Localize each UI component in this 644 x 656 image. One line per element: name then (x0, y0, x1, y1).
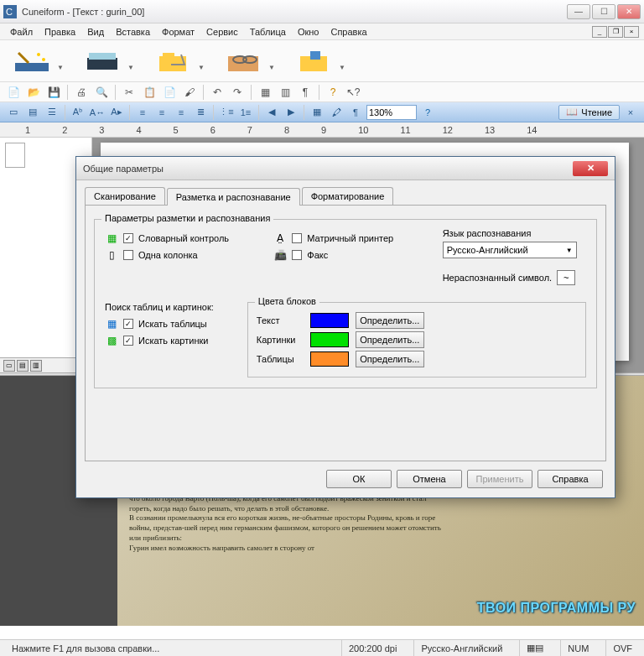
app-icon: C (3, 5, 17, 18)
zoom-select[interactable] (366, 105, 417, 120)
status-num: NUM (560, 640, 595, 656)
define-pictures-button[interactable]: Определить... (356, 331, 424, 348)
indent-inc-icon[interactable]: ▶ (283, 104, 299, 121)
replace-icon[interactable]: A↔ (89, 104, 106, 121)
dialog-close-button[interactable]: ✕ (573, 161, 608, 176)
ruler[interactable]: 1234567891011121314 (0, 122, 644, 138)
tab-layout[interactable]: ▤ (17, 360, 29, 372)
column-checkbox[interactable] (123, 250, 133, 260)
menu-insert[interactable]: Вставка (111, 25, 155, 39)
unrec-label: Нераспознанный символ. (443, 273, 553, 283)
open-icon[interactable]: 📂 (25, 84, 42, 101)
table-icon[interactable]: ▦ (257, 84, 273, 101)
bullets-icon[interactable]: ⋮≡ (218, 104, 235, 121)
menu-view[interactable]: Вид (82, 25, 109, 39)
group-legend: Параметры разметки и распознавания (101, 213, 273, 223)
matrix-icon: A̤ (273, 232, 287, 245)
lang-label: Язык распознавания (443, 228, 586, 238)
tab-formatting[interactable]: Форматирование (302, 187, 394, 205)
lang-select[interactable]: Русско-Английский ▼ (443, 242, 577, 258)
open-button[interactable]: ▼ (149, 44, 196, 78)
paragraph-icon[interactable]: ¶ (297, 84, 314, 101)
highlight-icon[interactable]: 🖍 (328, 104, 345, 121)
find-icon[interactable]: Aᵇ (70, 104, 86, 121)
cancel-button[interactable]: Отмена (397, 470, 462, 488)
page-thumbnail[interactable] (5, 143, 25, 168)
tab-normal[interactable]: ▭ (3, 360, 15, 372)
close-button[interactable]: ✕ (617, 4, 641, 19)
page-view-icon[interactable]: ▤ (24, 104, 41, 121)
mdi-close[interactable]: × (624, 26, 639, 38)
redo-icon[interactable]: ↷ (229, 84, 246, 101)
unrec-input[interactable] (557, 270, 575, 285)
justify-icon[interactable]: ≣ (192, 104, 209, 121)
normal-view-icon[interactable]: ▭ (5, 104, 22, 121)
menu-table[interactable]: Таблица (245, 25, 291, 39)
titlebar: C Cuneiform - [Текст : gurin_00] — ☐ ✕ (0, 0, 644, 23)
tables-label: Искать таблицы (138, 319, 207, 329)
define-tables-button[interactable]: Определить... (356, 351, 424, 367)
pilcrow-icon[interactable]: ¶ (347, 104, 364, 121)
save-icon[interactable]: 💾 (45, 84, 62, 101)
menubar: Файл Правка Вид Вставка Формат Сервис Та… (0, 23, 644, 40)
colors-legend: Цвета блоков (255, 296, 319, 306)
scan-button[interactable]: ▼ (79, 44, 126, 78)
wizard-button[interactable]: ▼ (8, 44, 55, 78)
align-center-icon[interactable]: ≡ (153, 104, 170, 121)
matrix-checkbox[interactable] (292, 233, 302, 243)
menu-file[interactable]: Файл (5, 25, 38, 39)
new-icon[interactable]: 📄 (5, 84, 22, 101)
dialog-tabs: Сканирование Разметка и распознавание Фо… (76, 180, 615, 205)
outline-view-icon[interactable]: ☰ (44, 104, 60, 121)
color-text-label: Текст (257, 315, 304, 325)
numbering-icon[interactable]: 1≡ (237, 104, 254, 121)
menu-format[interactable]: Формат (157, 25, 200, 39)
help-icon[interactable]: ? (325, 84, 341, 101)
recognize-button[interactable]: ▼ (220, 44, 267, 78)
whatsthis-icon[interactable]: ↖? (345, 84, 361, 101)
menu-window[interactable]: Окно (293, 25, 325, 39)
help-button[interactable]: Справка (538, 470, 603, 488)
tab-layout-recognition[interactable]: Разметка и распознавание (167, 188, 300, 206)
preview-icon[interactable]: 🔍 (93, 84, 110, 101)
undo-icon[interactable]: ↶ (209, 84, 226, 101)
save-button[interactable]: ▼ (290, 44, 337, 78)
status-lang: Русско-Английский (413, 640, 509, 656)
close-pane-icon[interactable]: × (622, 104, 639, 121)
goto-icon[interactable]: A▸ (108, 104, 125, 121)
align-left-icon[interactable]: ≡ (134, 104, 151, 121)
cut-icon[interactable]: ✂ (121, 84, 138, 101)
read-button[interactable]: 📖 Чтение (558, 105, 620, 120)
brush-icon[interactable]: 🖌 (181, 84, 198, 101)
tab-outline[interactable]: ▥ (30, 360, 42, 372)
print-icon[interactable]: 🖨 (73, 84, 90, 101)
borders-icon[interactable]: ▦ (309, 104, 325, 121)
svg-rect-5 (87, 58, 117, 70)
indent-dec-icon[interactable]: ◀ (263, 104, 280, 121)
maximize-button[interactable]: ☐ (592, 4, 615, 19)
color-pictures-label: Картинки (257, 335, 304, 345)
menu-service[interactable]: Сервис (201, 25, 243, 39)
column-icon: ▯ (105, 248, 118, 262)
status-ovf: OVF (605, 640, 639, 656)
columns-icon[interactable]: ▥ (277, 84, 293, 101)
pictures-checkbox[interactable]: ✓ (123, 336, 133, 346)
mdi-minimize[interactable]: _ (592, 26, 607, 38)
block-colors-group: Цвета блоков Текст Определить... Картинк… (247, 302, 586, 377)
apply-button[interactable]: Применить (467, 470, 532, 488)
paste-icon[interactable]: 📄 (161, 84, 178, 101)
fax-label: Факс (307, 250, 328, 260)
mdi-restore[interactable]: ❐ (608, 26, 623, 38)
fax-checkbox[interactable] (292, 250, 302, 260)
menu-help[interactable]: Справка (325, 25, 371, 39)
ok-button[interactable]: ОК (326, 470, 392, 488)
dict-checkbox[interactable]: ✓ (123, 233, 133, 243)
help-blue-icon[interactable]: ? (419, 104, 436, 121)
minimize-button[interactable]: — (567, 4, 590, 19)
copy-icon[interactable]: 📋 (141, 84, 158, 101)
menu-edit[interactable]: Правка (39, 25, 80, 39)
define-text-button[interactable]: Определить... (356, 312, 424, 329)
tables-checkbox[interactable]: ✓ (123, 319, 133, 329)
tab-scanning[interactable]: Сканирование (85, 187, 165, 205)
align-right-icon[interactable]: ≡ (173, 104, 190, 121)
